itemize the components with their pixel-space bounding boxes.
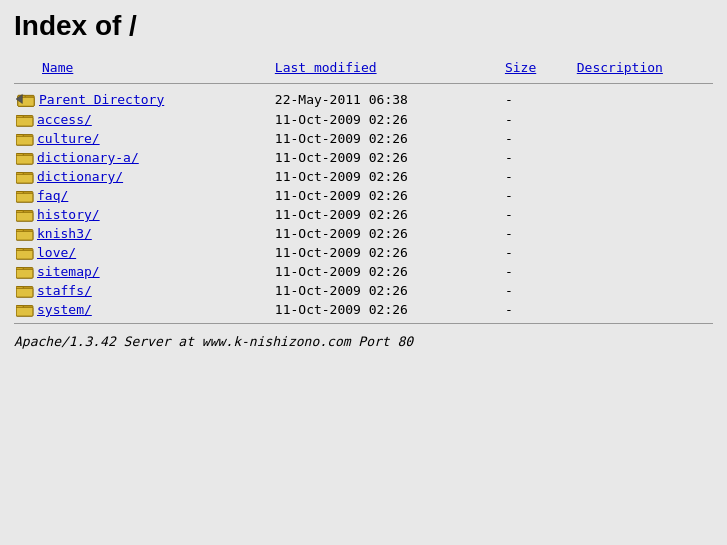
table-row: sitemap/11-Oct-2009 02:26- (14, 262, 713, 281)
desc-cell (575, 243, 713, 262)
size-cell: - (503, 262, 575, 281)
dir-link[interactable]: system/ (37, 302, 92, 317)
folder-icon (16, 245, 34, 260)
parent-dir-icon (16, 90, 36, 108)
desc-cell (575, 300, 713, 319)
date-cell: 11-Oct-2009 02:26 (273, 281, 503, 300)
date-cell: 11-Oct-2009 02:26 (273, 243, 503, 262)
svg-rect-27 (16, 250, 33, 259)
table-row: faq/11-Oct-2009 02:26- (14, 186, 713, 205)
desc-cell (575, 224, 713, 243)
date-cell: 22-May-2011 06:38 (273, 88, 503, 110)
table-row: system/11-Oct-2009 02:26- (14, 300, 713, 319)
desc-cell (575, 167, 713, 186)
svg-rect-12 (16, 155, 33, 164)
size-cell: - (503, 300, 575, 319)
desc-cell (575, 148, 713, 167)
size-cell: - (503, 110, 575, 129)
svg-rect-6 (16, 117, 33, 126)
svg-rect-33 (16, 288, 33, 297)
svg-rect-15 (16, 174, 33, 183)
table-row: dictionary/11-Oct-2009 02:26- (14, 167, 713, 186)
dir-link[interactable]: knish3/ (37, 226, 92, 241)
desc-cell (575, 110, 713, 129)
table-row: dictionary-a/11-Oct-2009 02:26- (14, 148, 713, 167)
date-cell: 11-Oct-2009 02:26 (273, 167, 503, 186)
dir-link[interactable]: history/ (37, 207, 100, 222)
col-header-date[interactable]: Last modified (273, 58, 503, 79)
page-title: Index of / (14, 10, 713, 42)
dir-link[interactable]: love/ (37, 245, 76, 260)
date-cell: 11-Oct-2009 02:26 (273, 129, 503, 148)
dir-link[interactable]: access/ (37, 112, 92, 127)
dir-link[interactable]: dictionary-a/ (37, 150, 139, 165)
col-header-size[interactable]: Size (503, 58, 575, 79)
svg-rect-9 (16, 136, 33, 145)
desc-cell (575, 281, 713, 300)
desc-cell (575, 186, 713, 205)
dir-link[interactable]: dictionary/ (37, 169, 123, 184)
svg-rect-30 (16, 269, 33, 278)
date-cell: 11-Oct-2009 02:26 (273, 110, 503, 129)
date-cell: 11-Oct-2009 02:26 (273, 148, 503, 167)
server-footer: Apache/1.3.42 Server at www.k-nishizono.… (14, 328, 713, 349)
size-cell: - (503, 167, 575, 186)
size-cell: - (503, 224, 575, 243)
size-cell: - (503, 148, 575, 167)
dir-link[interactable]: sitemap/ (37, 264, 100, 279)
table-row: culture/11-Oct-2009 02:26- (14, 129, 713, 148)
folder-icon (16, 131, 34, 146)
col-header-desc[interactable]: Description (575, 58, 713, 79)
folder-icon (16, 302, 34, 317)
folder-icon (16, 188, 34, 203)
size-cell: - (503, 243, 575, 262)
size-cell: - (503, 88, 575, 110)
directory-listing: Name Last modified Size Description Pare… (14, 58, 713, 328)
folder-icon (16, 207, 34, 222)
folder-icon (16, 150, 34, 165)
size-cell: - (503, 205, 575, 224)
size-cell: - (503, 281, 575, 300)
table-row: knish3/11-Oct-2009 02:26- (14, 224, 713, 243)
date-cell: 11-Oct-2009 02:26 (273, 262, 503, 281)
table-row: Parent Directory22-May-2011 06:38- (14, 88, 713, 110)
svg-rect-36 (16, 307, 33, 316)
dir-link[interactable]: faq/ (37, 188, 68, 203)
desc-cell (575, 88, 713, 110)
dir-link[interactable]: Parent Directory (39, 92, 164, 107)
date-cell: 11-Oct-2009 02:26 (273, 186, 503, 205)
desc-cell (575, 262, 713, 281)
table-row: history/11-Oct-2009 02:26- (14, 205, 713, 224)
table-row: love/11-Oct-2009 02:26- (14, 243, 713, 262)
size-cell: - (503, 186, 575, 205)
date-cell: 11-Oct-2009 02:26 (273, 300, 503, 319)
dir-link[interactable]: culture/ (37, 131, 100, 146)
dir-link[interactable]: staffs/ (37, 283, 92, 298)
desc-cell (575, 129, 713, 148)
date-cell: 11-Oct-2009 02:26 (273, 205, 503, 224)
folder-icon (16, 112, 34, 127)
size-cell: - (503, 129, 575, 148)
svg-rect-24 (16, 231, 33, 240)
col-header-name[interactable]: Name (14, 58, 273, 79)
folder-icon (16, 283, 34, 298)
folder-icon (16, 264, 34, 279)
svg-rect-18 (16, 193, 33, 202)
desc-cell (575, 205, 713, 224)
svg-rect-21 (16, 212, 33, 221)
date-cell: 11-Oct-2009 02:26 (273, 224, 503, 243)
table-row: staffs/11-Oct-2009 02:26- (14, 281, 713, 300)
folder-icon (16, 226, 34, 241)
table-row: access/11-Oct-2009 02:26- (14, 110, 713, 129)
folder-icon (16, 169, 34, 184)
